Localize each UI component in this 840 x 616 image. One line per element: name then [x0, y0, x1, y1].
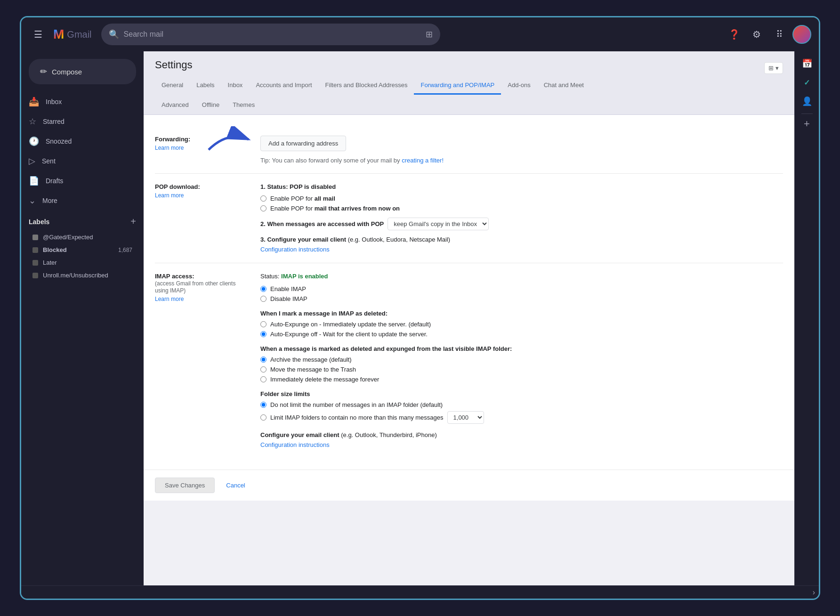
forwarding-section: Forwarding: Learn more [155, 126, 783, 174]
main-area: ✏ Compose 📥 Inbox ☆ Starred 🕐 Snoozed ▷ … [21, 51, 819, 585]
tab-inbox[interactable]: Inbox [221, 77, 250, 95]
drafts-icon: 📄 [29, 176, 39, 186]
settings-panel: Settings ⊞ ▾ General Labels Inbox Accoun… [144, 51, 794, 585]
gmail-m-logo: M [53, 27, 64, 42]
imap-enable-option: Enable IMAP [260, 285, 783, 292]
labels-section: Labels + @Gated/Expected Blocked 1,687 L… [21, 211, 144, 284]
folder-size-header: Folder size limits [260, 390, 783, 397]
imap-disable-radio[interactable] [260, 296, 267, 302]
tab-chat[interactable]: Chat and Meet [537, 77, 590, 95]
tab-labels[interactable]: Labels [190, 77, 221, 95]
folder-limit-option: Limit IMAP folders to contain no more th… [260, 411, 783, 424]
sidebar-item-starred[interactable]: ☆ Starred [21, 112, 138, 131]
label-item-later[interactable]: Later [29, 256, 136, 269]
sidebar-item-label: More [42, 197, 57, 204]
folder-no-limit-label: Do not limit the number of messages in a… [270, 401, 443, 408]
tab-themes[interactable]: Themes [226, 97, 261, 114]
forwarding-learn-more-link[interactable]: Learn more [155, 145, 249, 151]
menu-icon[interactable]: ☰ [29, 25, 48, 44]
folder-no-limit-option: Do not limit the number of messages in a… [260, 401, 783, 408]
imap-autoexpunge-on-radio[interactable] [260, 321, 267, 327]
imap-enable-radio[interactable] [260, 286, 267, 292]
add-app-button[interactable]: + [804, 118, 810, 130]
search-input[interactable] [124, 30, 421, 39]
pop-all-mail-radio[interactable] [260, 195, 267, 202]
top-right-icons: ❓ ⚙ ⠿ [725, 25, 811, 44]
imap-trash-radio[interactable] [260, 366, 267, 373]
tab-accounts[interactable]: Accounts and Import [249, 77, 318, 95]
pop-action-select[interactable]: keep Gmail's copy in the Inbox archive G… [388, 218, 489, 230]
imap-config-instructions-link[interactable]: Configuration instructions [260, 441, 330, 448]
contacts-icon-button[interactable]: 👤 [799, 93, 816, 110]
imap-autoexpunge-on-label: Auto-Expunge on - Immediately update the… [270, 321, 431, 328]
sidebar-item-sent[interactable]: ▷ Sent [21, 151, 138, 171]
tab-general[interactable]: General [155, 77, 190, 95]
pop-config-label-text: 3. Configure your email client [260, 236, 346, 243]
gmail-logo: M Gmail [53, 27, 92, 42]
sidebar-item-inbox[interactable]: 📥 Inbox [21, 92, 138, 112]
imap-section: IMAP access: (access Gmail from other cl… [155, 263, 783, 458]
search-icon: 🔍 [109, 29, 119, 40]
gmail-text-logo: Gmail [67, 29, 91, 40]
tip-prefix-text: Tip: You can also forward only some of y… [260, 157, 402, 164]
avatar[interactable] [792, 25, 811, 44]
pop-config-instructions-link[interactable]: Configuration instructions [260, 246, 330, 253]
tab-forwarding[interactable]: Forwarding and POP/IMAP [414, 77, 501, 95]
tab-filters[interactable]: Filters and Blocked Addresses [319, 77, 414, 95]
tasks-icon-button[interactable]: ✓ [799, 74, 816, 91]
folder-limit-select[interactable]: 1,000 2,000 5,000 10,000 [447, 411, 484, 424]
pop-config-label: 3. Configure your email client (e.g. Out… [260, 236, 783, 243]
add-forwarding-address-button[interactable]: Add a forwarding address [260, 136, 346, 151]
imap-archive-label: Archive the message (default) [270, 356, 352, 363]
imap-disable-label: Disable IMAP [270, 295, 307, 302]
compose-button[interactable]: ✏ Compose [29, 59, 136, 84]
imap-archive-radio[interactable] [260, 357, 267, 363]
imap-expunged-header: When a message is marked as deleted and … [260, 345, 783, 352]
folder-limit-radio[interactable] [260, 414, 267, 421]
search-options-icon[interactable]: ⊞ [426, 29, 433, 40]
tab-addons[interactable]: Add-ons [501, 77, 537, 95]
expand-icon[interactable]: › [813, 588, 815, 597]
apps-icon-button[interactable]: ⠿ [770, 25, 789, 44]
sidebar-item-drafts[interactable]: 📄 Drafts [21, 171, 138, 191]
imap-autoexpunge-off-label: Auto-Expunge off - Wait for the client t… [270, 331, 428, 338]
pop-content: 1. Status: POP is disabled Enable POP fo… [260, 183, 783, 253]
calendar-icon-button[interactable]: 📅 [799, 55, 816, 72]
labels-title: Labels [29, 218, 49, 226]
add-label-button[interactable]: + [130, 216, 136, 227]
tab-offline[interactable]: Offline [195, 97, 226, 114]
forwarding-label: Forwarding: Learn more [155, 136, 249, 164]
label-item-unroll[interactable]: Unroll.me/Unsubscribed [29, 269, 136, 282]
imap-delete-forever-radio[interactable] [260, 376, 267, 382]
settings-tabs-row1: General Labels Inbox Accounts and Import… [155, 77, 783, 95]
folder-no-limit-radio[interactable] [260, 402, 267, 408]
label-item-blocked[interactable]: Blocked 1,687 [29, 243, 136, 256]
creating-filter-link[interactable]: creating a filter! [402, 157, 444, 164]
help-icon-button[interactable]: ❓ [725, 25, 743, 44]
density-icon[interactable]: ⊞ ▾ [764, 62, 783, 74]
folder-limit-prefix-text: Limit IMAP folders to contain no more th… [270, 414, 444, 421]
imap-delete-forever-label: Immediately delete the message forever [270, 376, 379, 383]
search-bar-container[interactable]: 🔍 ⊞ [101, 24, 440, 45]
imap-trash-option: Move the message to the Trash [260, 366, 783, 373]
imap-label-text: IMAP access: [155, 273, 194, 280]
sidebar-item-label: Snoozed [46, 138, 72, 145]
save-changes-button[interactable]: Save Changes [155, 478, 215, 493]
compose-label: Compose [52, 68, 82, 76]
label-count-badge: 1,687 [118, 247, 132, 253]
sidebar-item-snoozed[interactable]: 🕐 Snoozed [21, 131, 138, 151]
tab-advanced[interactable]: Advanced [155, 97, 195, 114]
imap-learn-more-link[interactable]: Learn more [155, 296, 249, 302]
imap-status-row: Status: IMAP is enabled [260, 273, 783, 280]
settings-icon-button[interactable]: ⚙ [747, 25, 766, 44]
sidebar-item-more[interactable]: ⌄ More [21, 191, 138, 211]
pop-from-now-radio[interactable] [260, 205, 267, 211]
pop-learn-more-link[interactable]: Learn more [155, 192, 249, 199]
pop-label-text: POP download: [155, 183, 200, 190]
imap-autoexpunge-off-option: Auto-Expunge off - Wait for the client t… [260, 331, 783, 338]
cancel-button[interactable]: Cancel [220, 478, 250, 493]
imap-autoexpunge-off-radio[interactable] [260, 331, 267, 337]
imap-enable-label: Enable IMAP [270, 285, 306, 292]
label-color-dot [32, 273, 38, 278]
label-item-gated[interactable]: @Gated/Expected [29, 231, 136, 243]
